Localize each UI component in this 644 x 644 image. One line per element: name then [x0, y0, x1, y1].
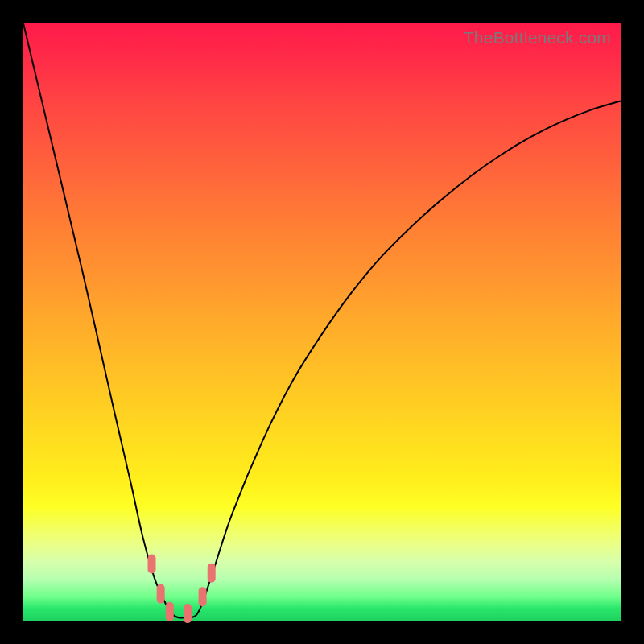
data-marker: [148, 555, 156, 574]
curve-layer: [23, 23, 621, 621]
marker-group: [148, 555, 216, 624]
data-marker: [184, 604, 192, 623]
bottleneck-curve: [23, 23, 621, 618]
data-marker: [166, 602, 174, 621]
plot-area: TheBottleneck.com: [23, 23, 621, 621]
data-marker: [157, 584, 165, 604]
chart-frame: TheBottleneck.com: [0, 0, 644, 644]
data-marker: [199, 587, 207, 606]
data-marker: [208, 564, 216, 583]
